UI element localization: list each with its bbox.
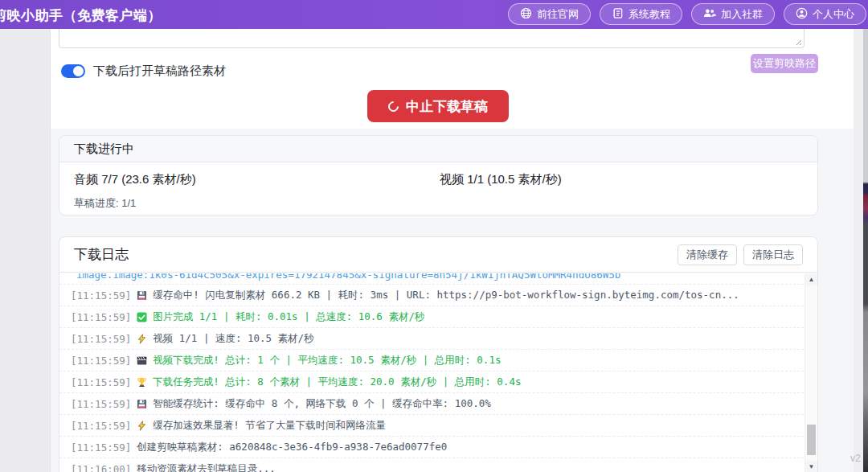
log-row: image.image:1k0s-61d4c505&x-expires=1792… — [59, 273, 804, 285]
clapper-icon — [137, 355, 147, 366]
log-row: [11:15:59] 图片完成 1/1 | 耗时: 0.01s | 总速度: 1… — [59, 306, 804, 328]
header-bar: 剪映小助手（免费客户端） 前往官网 系统教程 加入社群 — [0, 0, 868, 29]
resize-grip-icon[interactable] — [794, 38, 801, 45]
nav-tutorial-button[interactable]: 系统教程 — [600, 3, 682, 25]
abort-download-button[interactable]: 中止下载草稿 — [367, 90, 509, 122]
log-message: 下载任务完成! 总计: 8 个素材 | 平均速度: 20.0 素材/秒 | 总用… — [153, 376, 521, 389]
clear-log-button[interactable]: 清除日志 — [743, 244, 803, 265]
nav-join-community-button[interactable]: 加入社群 — [691, 3, 775, 25]
download-progress-panel: 下载进行中 音频 7/7 (23.6 素材/秒) 视频 1/1 (10.5 素材… — [59, 135, 818, 215]
nav-label: 系统教程 — [628, 7, 670, 22]
log-row: [11:15:59] 视频 1/1 | 速度: 10.5 素材/秒 — [59, 328, 804, 350]
nav-label: 加入社群 — [721, 7, 763, 22]
book-icon — [612, 7, 624, 22]
nav-label: 前往官网 — [537, 7, 579, 22]
check-icon — [137, 312, 147, 322]
log-list: image.image:1k0s-61d4c505&x-expires=1792… — [59, 273, 804, 472]
abort-button-label: 中止下载草稿 — [406, 97, 488, 116]
main-content: 下载后打开草稿路径素材 设置剪映路径 中止下载草稿 下载进行中 音频 7/7 (… — [50, 29, 854, 472]
draft-progress-text: 草稿进度: 1/1 — [74, 196, 803, 211]
draft-input-textarea[interactable] — [59, 29, 805, 48]
background-window-edge — [863, 29, 868, 472]
log-message: 移动资源素材去到草稿目录... — [137, 462, 276, 472]
nav-official-site-button[interactable]: 前往官网 — [508, 3, 591, 25]
people-icon — [703, 8, 716, 21]
log-row: [11:15:59] 智能缓存统计: 缓存命中 8 个, 网络下载 0 个 | … — [59, 393, 804, 415]
trophy-icon — [137, 377, 147, 388]
log-message: 图片完成 1/1 | 耗时: 0.01s | 总速度: 10.6 素材/秒 — [153, 310, 424, 324]
log-timestamp: [11:15:59] — [71, 355, 131, 367]
video-progress-text: 视频 1/1 (10.5 素材/秒) — [440, 172, 562, 187]
person-icon — [796, 7, 808, 22]
log-message: 缓存加速效果显著! 节省了大量下载时间和网络流量 — [153, 419, 386, 433]
log-timestamp: [11:15:59] — [71, 311, 131, 323]
log-timestamp: [11:16:00] — [71, 463, 131, 472]
log-row: [11:15:59] 下载任务完成! 总计: 8 个素材 | 平均速度: 20.… — [59, 371, 804, 393]
log-message: image.image:1k0s-61d4c505&x-expires=1792… — [76, 273, 620, 285]
log-timestamp: [11:15:59] — [71, 376, 131, 388]
log-timestamp: [11:15:59] — [71, 398, 131, 410]
header-nav: 前往官网 系统教程 加入社群 个人中心 — [508, 3, 868, 25]
log-timestamp: [11:15:59] — [71, 420, 131, 432]
set-jianying-path-button[interactable]: 设置剪映路径 — [751, 54, 818, 73]
log-message: 缓存命中! 闪电复制素材 666.2 KB | 耗时: 3ms | URL: h… — [153, 289, 739, 302]
nav-profile-button[interactable]: 个人中心 — [784, 3, 866, 25]
floppy-icon — [137, 290, 147, 301]
scroll-down-arrow-icon[interactable]: ▼ — [805, 461, 817, 472]
open-draft-path-toggle[interactable] — [61, 64, 85, 78]
version-label: v2 — [850, 453, 861, 464]
progress-panel-title: 下载进行中 — [59, 136, 817, 162]
app-window: 剪映小助手（免费客户端） 前往官网 系统教程 加入社群 — [0, 0, 868, 472]
log-message: 智能缓存统计: 缓存命中 8 个, 网络下载 0 个 | 缓存命中率: 100.… — [153, 397, 491, 411]
nav-label: 个人中心 — [813, 7, 854, 22]
log-panel-title: 下载日志 — [74, 245, 678, 264]
log-scrollbar[interactable]: ▲ ▼ — [805, 273, 817, 472]
page-right-margin — [854, 29, 863, 472]
log-row: [11:15:59] 创建剪映草稿素材: a620848c-3e36-4fb9-… — [59, 437, 804, 458]
audio-progress-text: 音频 7/7 (23.6 素材/秒) — [74, 172, 803, 187]
log-message: 创建剪映草稿素材: a620848c-3e36-4fb9-a938-7e6ad0… — [137, 441, 447, 454]
app-title: 剪映小助手（免费客户端） — [0, 6, 162, 25]
lightning-icon — [137, 334, 147, 344]
log-timestamp: [11:15:59] — [71, 441, 131, 454]
scrollbar-thumb[interactable] — [807, 425, 816, 455]
clear-cache-button[interactable]: 清除缓存 — [678, 244, 737, 265]
log-row: [11:15:59] 缓存加速效果显著! 节省了大量下载时间和网络流量 — [59, 415, 804, 437]
scroll-up-arrow-icon[interactable]: ▲ — [805, 273, 817, 285]
progress-panel-body: 音频 7/7 (23.6 素材/秒) 视频 1/1 (10.5 素材/秒) 草稿… — [59, 162, 817, 211]
lightning-icon — [137, 421, 147, 431]
log-row: [11:15:59] 缓存命中! 闪电复制素材 666.2 KB | 耗时: 3… — [59, 285, 804, 306]
download-log-panel: 下载日志 清除缓存 清除日志 image.image:1k0s-61d4c505… — [59, 236, 818, 472]
floppy-icon — [137, 399, 147, 409]
log-timestamp: [11:15:59] — [71, 333, 131, 345]
globe-icon — [520, 7, 532, 22]
open-path-setting-row: 下载后打开草稿路径素材 — [61, 64, 226, 79]
log-panel-actions: 清除缓存 清除日志 — [678, 244, 803, 265]
log-message: 视频下载完成! 总计: 1 个 | 平均速度: 10.5 素材/秒 | 总用时:… — [153, 354, 501, 367]
log-row: [11:16:00] 移动资源素材去到草稿目录... — [59, 458, 804, 472]
log-row: [11:15:59] 视频下载完成! 总计: 1 个 | 平均速度: 10.5 … — [59, 350, 804, 371]
loading-spinner-icon — [386, 99, 400, 113]
log-panel-header: 下载日志 清除缓存 清除日志 — [59, 237, 817, 273]
toggle-label: 下载后打开草稿路径素材 — [93, 64, 226, 79]
log-message: 视频 1/1 | 速度: 10.5 素材/秒 — [153, 332, 313, 346]
log-timestamp: [11:15:59] — [71, 289, 131, 302]
